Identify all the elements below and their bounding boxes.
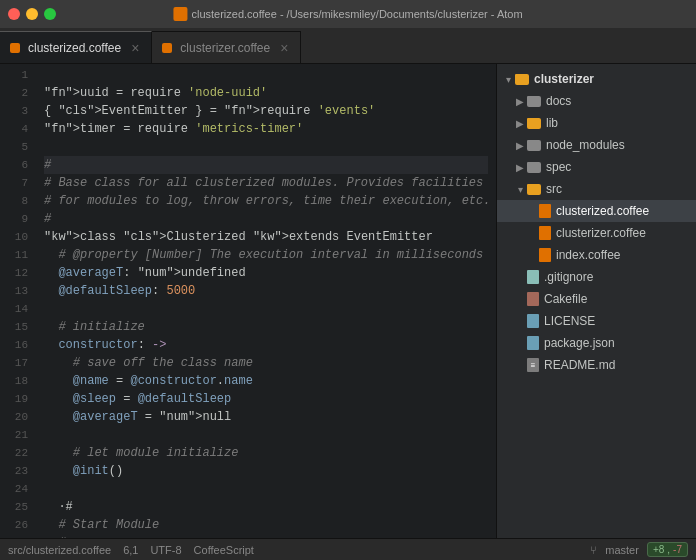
statusbar: src/clusterized.coffee 6,1 UTF-8 CoffeeS…	[0, 538, 696, 560]
file-coffee-icon	[539, 226, 551, 240]
code-line[interactable]: ·#	[44, 498, 488, 516]
tree-item-label: README.md	[544, 358, 615, 372]
tree-item[interactable]: .gitignore	[497, 266, 696, 288]
main-area: 1234567891011121314151617181920212223242…	[0, 64, 696, 538]
line-number: 2	[0, 84, 28, 102]
tree-item[interactable]: ▶node_modules	[497, 134, 696, 156]
code-line[interactable]: @averageT = "num">null	[44, 408, 488, 426]
status-language: CoffeeScript	[194, 544, 254, 556]
tabbar: clusterized.coffee × clusterizer.coffee …	[0, 28, 696, 64]
tree-item[interactable]: ▶docs	[497, 90, 696, 112]
code-line[interactable]: # let module initialize	[44, 444, 488, 462]
tree-item[interactable]: LICENSE	[497, 310, 696, 332]
tab-label-clusterizer: clusterizer.coffee	[180, 41, 270, 55]
tree-item[interactable]: package.json	[497, 332, 696, 354]
code-line[interactable]: { "cls">EventEmitter } = "fn">require 'e…	[44, 102, 488, 120]
sidebar: ▾ clusterizer ▶docs▶lib▶node_modules▶spe…	[496, 64, 696, 538]
code-line[interactable]: # initialize	[44, 318, 488, 336]
file-readme-icon: ≡	[527, 358, 539, 372]
tab-close-clusterizer[interactable]: ×	[278, 41, 290, 55]
code-line[interactable]: @name = @constructor.name	[44, 372, 488, 390]
folder-open-icon	[527, 184, 541, 195]
code-line[interactable]	[44, 138, 488, 156]
line-number: 23	[0, 462, 28, 480]
git-changes-badge: +8 , -7	[647, 542, 688, 557]
tab-close-clusterized[interactable]: ×	[129, 41, 141, 55]
tree-arrow: ▾	[513, 184, 527, 195]
line-number: 16	[0, 336, 28, 354]
line-number: 18	[0, 372, 28, 390]
code-line[interactable]: # for modules to log, throw errors, time…	[44, 192, 488, 210]
status-file: src/clusterized.coffee	[8, 544, 111, 556]
tree-item[interactable]: clusterizer.coffee	[497, 222, 696, 244]
code-area[interactable]: "fn">uuid = require 'node-uuid'{ "cls">E…	[36, 64, 496, 538]
git-plus: +8	[653, 544, 664, 555]
line-number: 21	[0, 426, 28, 444]
line-number: 25	[0, 498, 28, 516]
line-number: 10	[0, 228, 28, 246]
tree-item[interactable]: Cakefile	[497, 288, 696, 310]
tab-icon-clusterizer	[162, 43, 172, 53]
tree-item[interactable]: ▶spec	[497, 156, 696, 178]
code-line[interactable]: # Start Module	[44, 516, 488, 534]
titlebar: clusterized.coffee - /Users/mikesmiley/D…	[0, 0, 696, 28]
file-cake-icon	[527, 292, 539, 306]
tree-item[interactable]: index.coffee	[497, 244, 696, 266]
code-line[interactable]	[44, 66, 488, 84]
code-line[interactable]: constructor: ->	[44, 336, 488, 354]
tree-item[interactable]: ▶lib	[497, 112, 696, 134]
code-line[interactable]: "fn">timer = require 'metrics-timer'	[44, 120, 488, 138]
tree-item-label: index.coffee	[556, 248, 621, 262]
tree-arrow: ▶	[513, 96, 527, 107]
code-line[interactable]: # Base class for all clusterized modules…	[44, 174, 488, 192]
tree-root[interactable]: ▾ clusterizer	[497, 68, 696, 90]
tab-clusterized[interactable]: clusterized.coffee ×	[0, 31, 152, 63]
code-line[interactable]: "fn">uuid = require 'node-uuid'	[44, 84, 488, 102]
tab-clusterizer[interactable]: clusterizer.coffee ×	[152, 31, 301, 63]
line-number: 15	[0, 318, 28, 336]
line-number: 9	[0, 210, 28, 228]
line-number: 3	[0, 102, 28, 120]
line-number: 26	[0, 516, 28, 534]
code-line[interactable]: @averageT: "num">undefined	[44, 264, 488, 282]
tree-item-label: .gitignore	[544, 270, 593, 284]
editor[interactable]: 1234567891011121314151617181920212223242…	[0, 64, 496, 538]
file-generic-icon	[527, 314, 539, 328]
file-git-icon	[527, 270, 539, 284]
code-line[interactable]: @sleep = @defaultSleep	[44, 390, 488, 408]
line-number: 22	[0, 444, 28, 462]
code-line[interactable]: #	[44, 156, 488, 174]
folder-closed-icon	[527, 96, 541, 107]
code-line[interactable]	[44, 300, 488, 318]
code-line[interactable]	[44, 426, 488, 444]
traffic-lights	[8, 8, 56, 20]
file-coffee-icon	[539, 204, 551, 218]
minimize-button[interactable]	[26, 8, 38, 20]
code-line[interactable]: "kw">class "cls">Clusterized "kw">extend…	[44, 228, 488, 246]
git-branch-icon: ⑂	[590, 544, 597, 556]
root-arrow: ▾	[501, 74, 515, 85]
line-number: 19	[0, 390, 28, 408]
tree-item-label: clusterized.coffee	[556, 204, 649, 218]
line-number: 17	[0, 354, 28, 372]
tree-item[interactable]: clusterized.coffee	[497, 200, 696, 222]
tree-arrow: ▶	[513, 162, 527, 173]
folder-closed-icon	[527, 140, 541, 151]
tab-icon-clusterized	[10, 43, 20, 53]
git-branch: master	[605, 544, 639, 556]
title-file-icon	[173, 7, 187, 21]
code-line[interactable]: @defaultSleep: 5000	[44, 282, 488, 300]
code-line[interactable]: @init()	[44, 462, 488, 480]
code-line[interactable]: #	[44, 210, 488, 228]
tree-item[interactable]: ▾src	[497, 178, 696, 200]
close-button[interactable]	[8, 8, 20, 20]
code-line[interactable]	[44, 480, 488, 498]
tree-item[interactable]: ≡README.md	[497, 354, 696, 376]
code-line[interactable]: # save off the class name	[44, 354, 488, 372]
tree-item-label: node_modules	[546, 138, 625, 152]
root-label: clusterizer	[534, 72, 594, 86]
maximize-button[interactable]	[44, 8, 56, 20]
folder-open-icon	[527, 118, 541, 129]
code-line[interactable]: # @property [Number] The execution inter…	[44, 246, 488, 264]
file-generic-icon	[527, 336, 539, 350]
